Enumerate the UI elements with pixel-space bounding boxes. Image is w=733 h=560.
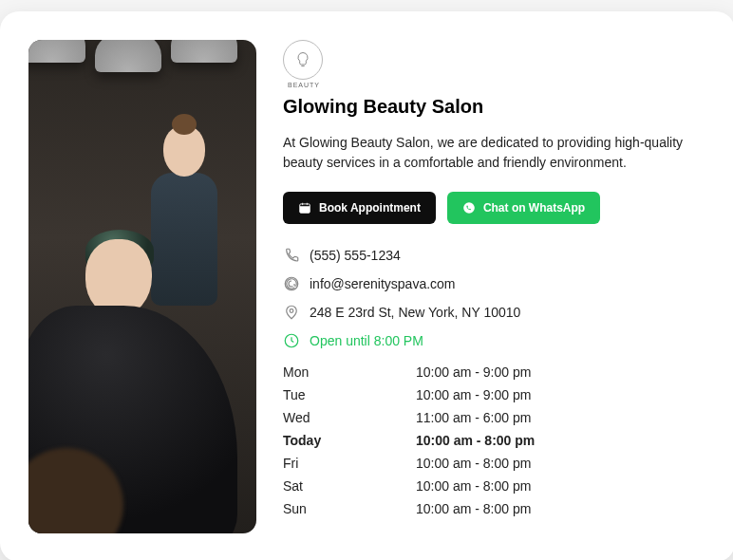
hours-row: Today10:00 am - 8:00 pm — [283, 433, 703, 448]
email-icon — [283, 275, 300, 292]
hours-day: Tue — [283, 387, 416, 402]
hours-time: 10:00 am - 8:00 pm — [416, 478, 531, 494]
email-text: info@serenityspava.com — [310, 276, 456, 291]
hours-time: 10:00 am - 9:00 pm — [416, 364, 531, 380]
hours-day: Mon — [283, 364, 416, 380]
business-description: At Glowing Beauty Salon, we are dedicate… — [283, 133, 703, 173]
hours-row: Sat10:00 am - 8:00 pm — [283, 478, 703, 494]
whatsapp-button-label: Chat on WhatsApp — [483, 201, 585, 215]
calendar-icon — [298, 201, 311, 215]
hours-row: Sun10:00 am - 8:00 pm — [283, 501, 703, 516]
hours-day: Wed — [283, 410, 416, 425]
address-text: 248 E 23rd St, New York, NY 10010 — [310, 305, 520, 320]
info-column: BEAUTY Glowing Beauty Salon At Glowing B… — [283, 40, 703, 533]
business-logo — [283, 40, 323, 80]
bulb-icon — [293, 50, 312, 69]
phone-text: (555) 555-1234 — [310, 248, 401, 263]
open-status-text: Open until 8:00 PM — [310, 333, 423, 348]
hours-row: Wed11:00 am - 6:00 pm — [283, 410, 703, 425]
hours-time: 10:00 am - 8:00 pm — [416, 433, 535, 448]
phone-icon — [283, 247, 300, 264]
logo-label: BEAUTY — [283, 82, 325, 88]
hours-day: Sun — [283, 501, 416, 516]
address-row[interactable]: 248 E 23rd St, New York, NY 10010 — [283, 304, 703, 321]
hero-image — [28, 40, 256, 533]
hours-time: 10:00 am - 9:00 pm — [416, 387, 531, 402]
hours-time: 11:00 am - 6:00 pm — [416, 410, 531, 425]
hours-row: Tue10:00 am - 9:00 pm — [283, 387, 703, 402]
book-button-label: Book Appointment — [319, 201, 421, 215]
hours-table: Mon10:00 am - 9:00 pmTue10:00 am - 9:00 … — [283, 364, 703, 516]
hours-time: 10:00 am - 8:00 pm — [416, 456, 531, 471]
clock-icon — [283, 332, 300, 349]
hours-time: 10:00 am - 8:00 pm — [416, 501, 531, 516]
hours-day: Sat — [283, 478, 416, 494]
whatsapp-icon — [462, 201, 476, 215]
svg-point-7 — [290, 309, 293, 313]
hours-day: Fri — [283, 456, 416, 471]
svg-point-5 — [463, 202, 475, 214]
hours-row: Fri10:00 am - 8:00 pm — [283, 456, 703, 471]
phone-row[interactable]: (555) 555-1234 — [283, 247, 703, 264]
email-row[interactable]: info@serenityspava.com — [283, 275, 703, 292]
hero-scene — [28, 40, 256, 533]
business-card: BEAUTY Glowing Beauty Salon At Glowing B… — [0, 11, 733, 560]
whatsapp-button[interactable]: Chat on WhatsApp — [447, 192, 600, 224]
hours-row: Mon10:00 am - 9:00 pm — [283, 364, 703, 380]
open-status-row: Open until 8:00 PM — [283, 332, 703, 349]
hours-day: Today — [283, 433, 416, 448]
cta-row: Book Appointment Chat on WhatsApp — [283, 192, 703, 224]
book-appointment-button[interactable]: Book Appointment — [283, 192, 436, 224]
business-title: Glowing Beauty Salon — [283, 96, 703, 118]
location-icon — [283, 304, 300, 321]
